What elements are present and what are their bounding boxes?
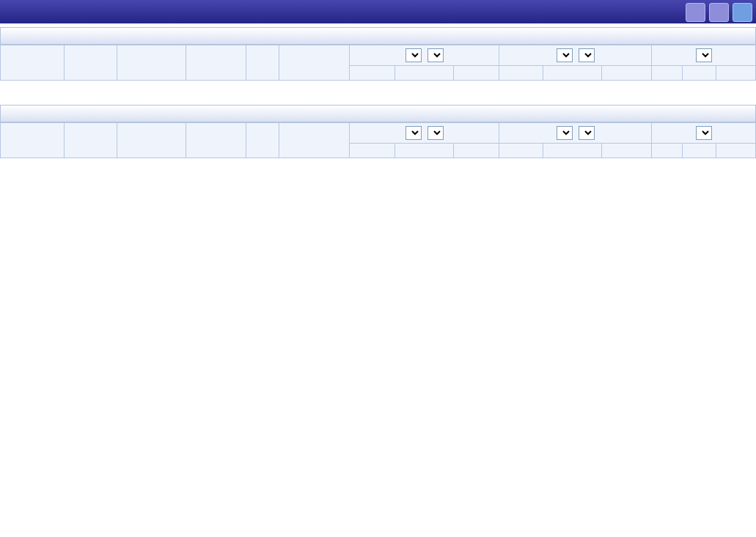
titlebar	[0, 0, 756, 23]
section-frankfurt	[0, 27, 756, 97]
col-header-date	[65, 45, 117, 81]
scroll-down-button[interactable]	[709, 3, 729, 22]
scroll-up-button[interactable]	[686, 3, 705, 22]
col-header-corner	[246, 123, 279, 158]
col-header-away	[279, 123, 350, 158]
col-header-avg-away	[602, 66, 652, 81]
col-header-away	[279, 45, 350, 81]
section-header-bar	[0, 105, 756, 122]
col-header-home	[117, 45, 186, 81]
col-header-odds-handicap	[395, 66, 454, 81]
col-header-result-goals	[716, 144, 756, 158]
col-header-corner	[246, 45, 279, 81]
avg-source-select[interactable]	[579, 48, 595, 62]
fullmatch-select[interactable]	[696, 48, 712, 62]
fullmatch-select[interactable]	[696, 126, 712, 140]
odds-company-select[interactable]	[405, 48, 422, 62]
odds-group-header	[350, 45, 499, 66]
titlebar-buttons	[686, 3, 752, 22]
section-dortmund	[0, 105, 756, 174]
col-header-result-outcome	[652, 144, 683, 158]
col-header-score	[186, 45, 246, 81]
col-header-date	[65, 123, 117, 158]
col-header-avg-draw	[543, 66, 602, 81]
avg-group-header	[499, 45, 652, 66]
full-group-header	[652, 45, 756, 66]
col-header-odds-away	[454, 144, 499, 158]
col-header-avg-home	[499, 144, 543, 158]
full-group-header	[652, 123, 756, 144]
col-header-odds-away	[454, 66, 499, 81]
recent-results-window	[0, 0, 756, 174]
results-table	[0, 122, 756, 158]
summary-line	[0, 158, 756, 174]
odds-company-select[interactable]	[405, 126, 422, 140]
results-table	[0, 45, 756, 81]
col-header-odds-handicap	[395, 144, 454, 158]
col-header-score	[186, 123, 246, 158]
col-header-type	[1, 45, 65, 81]
col-header-avg-away	[602, 144, 652, 158]
col-header-avg-draw	[543, 144, 602, 158]
avg-company-select[interactable]	[557, 48, 573, 62]
section-header-bar	[0, 27, 756, 45]
avg-group-header	[499, 123, 652, 144]
summary-line	[0, 81, 756, 97]
col-header-result-handicap	[683, 144, 716, 158]
col-header-type	[1, 123, 65, 158]
avg-source-select[interactable]	[579, 126, 595, 140]
col-header-home	[117, 123, 186, 158]
col-header-result-handicap	[683, 66, 716, 81]
col-header-odds-home	[350, 144, 395, 158]
odds-source-select[interactable]	[427, 48, 444, 62]
odds-group-header	[350, 123, 499, 144]
close-button[interactable]	[733, 3, 752, 22]
col-header-avg-home	[499, 66, 543, 81]
odds-source-select[interactable]	[427, 126, 444, 140]
col-header-result-outcome	[652, 66, 683, 81]
col-header-odds-home	[350, 66, 395, 81]
avg-company-select[interactable]	[557, 126, 573, 140]
col-header-result-goals	[716, 66, 756, 81]
